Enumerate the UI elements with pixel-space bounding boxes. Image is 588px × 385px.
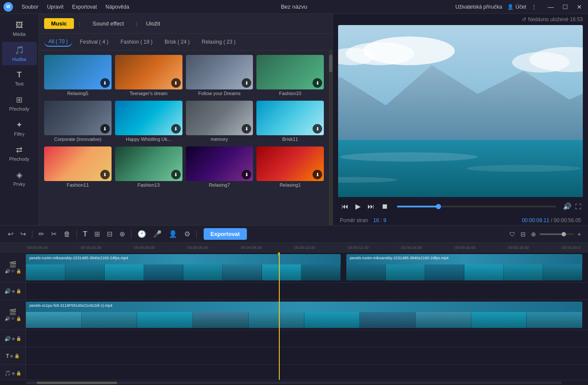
svg-point-7 xyxy=(363,37,454,65)
export-button[interactable]: Exportovat xyxy=(204,228,247,240)
media-card-3[interactable]: ⬇Follow your Dreams xyxy=(186,55,253,97)
close-button[interactable]: ✕ xyxy=(574,3,585,11)
maximize-button[interactable]: ☐ xyxy=(560,3,571,11)
download-btn-8[interactable]: ⬇ xyxy=(313,124,322,134)
download-btn-2[interactable]: ⬇ xyxy=(171,78,181,88)
h-scrollbar[interactable] xyxy=(26,382,562,384)
sidebar-item-transitions2[interactable]: ⇄ Přechody xyxy=(2,142,37,165)
filter-relaxing[interactable]: Relaxing ( 23 ) xyxy=(198,38,240,46)
undo-button[interactable]: ↩ xyxy=(5,228,16,240)
zoom-in-button[interactable]: ⊕ xyxy=(529,230,538,239)
text-track-lock[interactable]: 🔒 xyxy=(14,353,19,358)
audio1-ctrl[interactable]: ◆ xyxy=(12,289,15,293)
record-button[interactable]: 🎤 xyxy=(150,228,164,240)
scrollbar-thumb[interactable] xyxy=(329,55,332,72)
menu-napoveda[interactable]: Nápověda xyxy=(102,3,133,11)
sidebar-item-elements[interactable]: ◈ Prvky xyxy=(2,167,37,190)
shield-button[interactable]: 🛡 xyxy=(508,230,517,239)
media-card-5[interactable]: ⬇Corporate (Innovative) xyxy=(44,101,112,143)
zoom-slider[interactable] xyxy=(540,233,574,235)
download-btn-6[interactable]: ⬇ xyxy=(171,124,181,134)
track-lock-video1[interactable]: 🔒 xyxy=(16,269,21,274)
download-btn-9[interactable]: ⬇ xyxy=(100,170,110,179)
download-btn-10[interactable]: ⬇ xyxy=(171,170,181,179)
filter-festival[interactable]: Festival ( 4 ) xyxy=(76,38,113,46)
track-eye-video2[interactable]: 👁 xyxy=(11,316,15,321)
scrollbar[interactable] xyxy=(329,51,332,225)
download-btn-5[interactable]: ⬇ xyxy=(100,124,110,134)
media-card-2[interactable]: ⬇Teenager's dream xyxy=(115,55,182,97)
sidebar-item-transitions1[interactable]: ⊞ Přechody xyxy=(2,92,37,115)
download-btn-12[interactable]: ⬇ xyxy=(313,170,322,179)
person-button[interactable]: 👤 xyxy=(166,228,180,240)
media-card-9[interactable]: ⬇Fashion11 xyxy=(44,146,112,189)
delete-button[interactable]: 🗑 xyxy=(61,229,73,240)
volume-button[interactable]: 🔊 xyxy=(563,202,572,210)
tab-sound-effect[interactable]: Sound effect xyxy=(86,18,131,29)
track-lock-video2[interactable]: 🔒 xyxy=(16,316,21,321)
tab-save[interactable]: Uložit xyxy=(143,18,164,29)
filter-fashion[interactable]: Fashion ( 19 ) xyxy=(116,38,157,46)
download-btn-3[interactable]: ⬇ xyxy=(242,78,251,88)
sidebar-item-filters[interactable]: ✦ Filtry xyxy=(2,117,37,140)
help-link[interactable]: Uživatelská příručka xyxy=(455,4,502,10)
media-card-11[interactable]: ⬇Relaxing7 xyxy=(186,146,253,189)
media-card-8[interactable]: ⬇Brisk11 xyxy=(256,101,324,143)
redo-button[interactable]: ↪ xyxy=(18,228,29,240)
timer-button[interactable]: 🕐 xyxy=(135,228,149,240)
menu-upravit[interactable]: Upravit xyxy=(44,3,67,11)
playhead[interactable] xyxy=(279,252,280,380)
download-btn-1[interactable]: ⬇ xyxy=(100,78,110,88)
music-track-ctrl[interactable]: ◆ xyxy=(12,371,15,375)
grid-button[interactable]: ⊞ xyxy=(92,228,102,240)
progress-thumb[interactable] xyxy=(436,204,441,209)
filter-brisk[interactable]: Brisk ( 24 ) xyxy=(160,38,194,46)
audio2-ctrl[interactable]: ◆ xyxy=(12,336,15,341)
media-card-12[interactable]: ⬇Relaxing1 xyxy=(256,146,324,189)
text-tool-button[interactable]: T xyxy=(80,229,90,240)
media-card-4[interactable]: ⬇Fashion10 xyxy=(256,55,324,97)
track-eye-video1[interactable]: 👁 xyxy=(11,269,15,274)
add-layer-button[interactable]: ⊕ xyxy=(117,228,128,240)
download-btn-4[interactable]: ⬇ xyxy=(313,78,322,88)
media-card-1[interactable]: ⬇Relaxing5 xyxy=(44,55,112,97)
sidebar-item-text[interactable]: T Text xyxy=(2,67,37,90)
draw-button[interactable]: ✏ xyxy=(36,228,47,240)
menu-soubor[interactable]: Soubor xyxy=(18,3,42,11)
stop-button[interactable]: ⏹ xyxy=(380,201,390,212)
minimize-button[interactable]: — xyxy=(545,3,556,11)
more-options-icon[interactable]: ⋮ xyxy=(531,4,537,10)
video-clip-2[interactable]: pexels-ruvim-miksanskiy-2231485-3840x216… xyxy=(346,254,582,280)
menu-exportovat[interactable]: Exportovat xyxy=(69,3,100,11)
media-card-7[interactable]: ⬇memory xyxy=(186,101,253,143)
download-btn-11[interactable]: ⬇ xyxy=(242,170,251,179)
media-card-6[interactable]: ⬇Happy Whistling Uk... xyxy=(115,101,182,143)
video-clip-1[interactable]: pexels-ruvim-miksanskiy-2231485-3840x216… xyxy=(26,254,341,280)
account-link[interactable]: 👤 Účet xyxy=(507,4,526,10)
audio1-lock[interactable]: 🔒 xyxy=(16,289,21,293)
video-clip-3[interactable]: pexels-xc1pu-fctt-3119F59140x21c6c2di c)… xyxy=(26,302,582,328)
media-card-10[interactable]: ⬇Fashion13 xyxy=(115,146,182,189)
fast-forward-button[interactable]: ⏭ xyxy=(366,201,376,212)
rewind-button[interactable]: ⏮ xyxy=(340,201,350,212)
play-button[interactable]: ▶ xyxy=(354,200,362,212)
text-track-ctrl[interactable]: ◆ xyxy=(10,353,13,358)
filter-all[interactable]: All ( 70 ) xyxy=(44,37,72,47)
h-scrollbar-thumb[interactable] xyxy=(37,382,117,384)
audio2-lock[interactable]: 🔒 xyxy=(16,336,21,341)
settings-button[interactable]: ⚙ xyxy=(182,228,193,240)
sidebar-item-audio[interactable]: 🎵 Hudba xyxy=(2,42,37,65)
cut-button[interactable]: ✂ xyxy=(48,228,59,240)
sidebar-item-media[interactable]: 🖼 Média xyxy=(2,17,37,40)
zoom-out-button[interactable]: ⊟ xyxy=(519,230,527,239)
track-volume-video2[interactable]: 🔊 xyxy=(5,316,10,321)
zoom-thumb[interactable] xyxy=(562,232,566,236)
progress-bar[interactable] xyxy=(397,206,556,207)
download-btn-7[interactable]: ⬇ xyxy=(242,124,251,134)
track-volume-video1[interactable]: 🔊 xyxy=(5,269,10,274)
fullscreen-button[interactable]: ⛶ xyxy=(575,203,581,210)
zoom-max-button[interactable]: + xyxy=(576,230,583,239)
layer-button[interactable]: ⊟ xyxy=(104,228,115,240)
music-track-lock[interactable]: 🔒 xyxy=(16,371,21,375)
tab-music[interactable]: Music xyxy=(44,18,74,29)
